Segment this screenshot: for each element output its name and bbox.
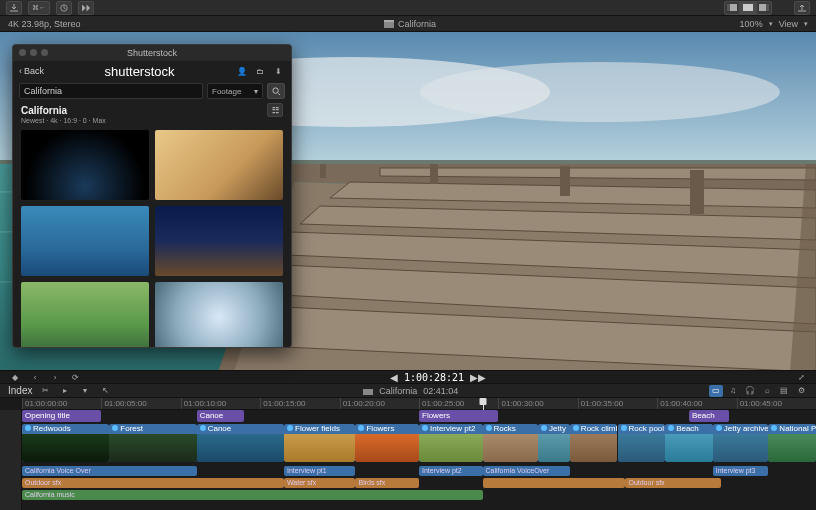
prev-frame-button[interactable]: ◀: [390, 372, 398, 383]
video-clip[interactable]: Jetty: [538, 424, 570, 462]
panel-title: Shutterstock: [127, 48, 177, 58]
main-toolbar: ⌘←: [0, 0, 816, 16]
viewer-timecode: 1:00:28:21: [404, 372, 464, 383]
video-clip[interactable]: Rocks: [483, 424, 539, 462]
ruler-tick: 01:00:30:00: [498, 398, 577, 409]
timeline-tracks[interactable]: Opening titleCanoeFlowersBeach RedwoodsF…: [22, 410, 816, 510]
clip-appearance-icon[interactable]: ▤: [777, 385, 791, 397]
result-tile[interactable]: [155, 130, 283, 200]
title-clip[interactable]: Canoe: [197, 410, 245, 422]
share-button[interactable]: [794, 1, 810, 15]
title-clip[interactable]: Flowers: [419, 410, 498, 422]
window-controls[interactable]: [19, 49, 48, 56]
panel-titlebar[interactable]: Shutterstock: [13, 45, 291, 61]
audio-skim-icon[interactable]: ♫: [726, 385, 740, 397]
zoom-level[interactable]: 100%: [740, 19, 763, 29]
trim-tool-icon[interactable]: ✂: [38, 385, 52, 397]
video-clip[interactable]: Beach: [665, 424, 713, 462]
ruler-tick: 01:00:05:00: [101, 398, 180, 409]
video-lane: RedwoodsForestCanoeFlower fieldsFlowersI…: [22, 424, 816, 462]
layout-right-button[interactable]: [756, 1, 772, 15]
svg-rect-4: [727, 4, 730, 11]
project-name: California: [398, 19, 436, 29]
timeline-settings-icon[interactable]: ⚙: [794, 385, 808, 397]
snap-icon[interactable]: ⌕: [760, 385, 774, 397]
timeline-duration: 02:41:04: [423, 386, 458, 396]
sort-line: Newest · 4k · 16:9 · 0 · Max: [21, 117, 283, 124]
timeline-header: Index ✂ ▸ ▾ ↖ California 02:41:04 ▭ ♫ 🎧 …: [0, 384, 816, 398]
audio-clip[interactable]: [483, 478, 626, 488]
filter-icon[interactable]: ☷: [267, 103, 283, 117]
tool-dropdown-icon[interactable]: ▾: [78, 385, 92, 397]
result-tile[interactable]: [21, 130, 149, 200]
layout-full-button[interactable]: [740, 1, 756, 15]
audio-clip[interactable]: Water sfx: [284, 478, 355, 488]
index-button[interactable]: Index: [8, 385, 32, 396]
video-clip[interactable]: Redwoods: [22, 424, 109, 462]
chevron-down-icon: ▾: [804, 20, 808, 28]
svg-rect-23: [320, 164, 326, 178]
solo-icon[interactable]: 🎧: [743, 385, 757, 397]
audio-clip[interactable]: Interview pt3: [713, 466, 769, 476]
video-clip[interactable]: Flower fields: [284, 424, 355, 462]
position-tool-icon[interactable]: ▸: [58, 385, 72, 397]
audio-clip[interactable]: Birds sfx: [355, 478, 419, 488]
audio-clip[interactable]: Interview pt2: [419, 466, 483, 476]
result-tile[interactable]: [21, 206, 149, 276]
result-tile[interactable]: [155, 206, 283, 276]
skimming-icon[interactable]: ▭: [709, 385, 723, 397]
title-clip[interactable]: Opening title: [22, 410, 101, 422]
svg-rect-8: [384, 22, 394, 28]
loop-icon[interactable]: ⟳: [68, 371, 82, 383]
svg-marker-9: [384, 20, 394, 22]
fullscreen-icon[interactable]: ⤢: [794, 371, 808, 383]
audio-clip[interactable]: California Voice Over: [22, 466, 197, 476]
audio-clip[interactable]: Interview pt1: [284, 466, 355, 476]
video-clip[interactable]: Canoe: [197, 424, 284, 462]
ruler-tick: 01:00:20:00: [340, 398, 419, 409]
video-clip[interactable]: Rock climb: [570, 424, 618, 462]
keyword-button[interactable]: ⌘←: [28, 1, 50, 15]
shutterstock-panel: Shutterstock ‹ Back shutterstock 👤 🗀 ⬇ C…: [12, 44, 292, 348]
video-clip[interactable]: Jetty archive clip: [713, 424, 769, 462]
download-icon[interactable]: ⬇: [271, 65, 285, 77]
media-type-dropdown[interactable]: Footage▾: [207, 83, 263, 99]
results-term: California: [21, 105, 67, 116]
result-tile[interactable]: [21, 282, 149, 348]
svg-point-30: [272, 87, 277, 92]
back-button[interactable]: ‹ Back: [19, 66, 44, 76]
user-icon[interactable]: 👤: [235, 65, 249, 77]
layout-left-button[interactable]: [724, 1, 740, 15]
next-frame-button[interactable]: ▶▶: [470, 372, 486, 383]
video-clip[interactable]: Interview pt2: [419, 424, 483, 462]
folder-icon[interactable]: 🗀: [253, 65, 267, 77]
result-tile[interactable]: [155, 282, 283, 348]
video-clip[interactable]: Rock pool: [618, 424, 666, 462]
audio-clip[interactable]: Outdoor sfx: [625, 478, 720, 488]
video-clip[interactable]: Forest: [109, 424, 196, 462]
timeline-ruler[interactable]: 01:00:00:0001:00:05:0001:00:10:0001:00:1…: [22, 398, 816, 410]
arrow-tool-icon[interactable]: ↖: [98, 385, 112, 397]
timeline-name: California: [379, 386, 417, 396]
audio-clip[interactable]: Outdoor sfx: [22, 478, 284, 488]
audio-clip[interactable]: California music: [22, 490, 483, 500]
view-menu[interactable]: View: [779, 19, 798, 29]
audio-clip[interactable]: California VoiceOver: [483, 466, 570, 476]
project-format: 4K 23.98p, Stereo: [8, 19, 81, 29]
search-button[interactable]: [267, 83, 285, 99]
bg-tasks-button[interactable]: [56, 1, 72, 15]
search-input[interactable]: California: [19, 83, 203, 99]
playhead[interactable]: [479, 398, 486, 405]
track-patch-panel: [0, 410, 22, 510]
video-clip[interactable]: Flowers: [355, 424, 419, 462]
chevron-right-icon[interactable]: ›: [48, 371, 62, 383]
import-button[interactable]: [6, 1, 22, 15]
results-grid: [13, 126, 291, 348]
title-clip[interactable]: Beach: [689, 410, 729, 422]
svg-rect-7: [766, 4, 769, 11]
chevron-left-icon[interactable]: ‹: [28, 371, 42, 383]
render-button[interactable]: [78, 1, 94, 15]
video-clip[interactable]: National Park: [768, 424, 816, 462]
shutterstock-logo: shutterstock: [48, 64, 231, 79]
marker-icon[interactable]: ◆: [8, 371, 22, 383]
